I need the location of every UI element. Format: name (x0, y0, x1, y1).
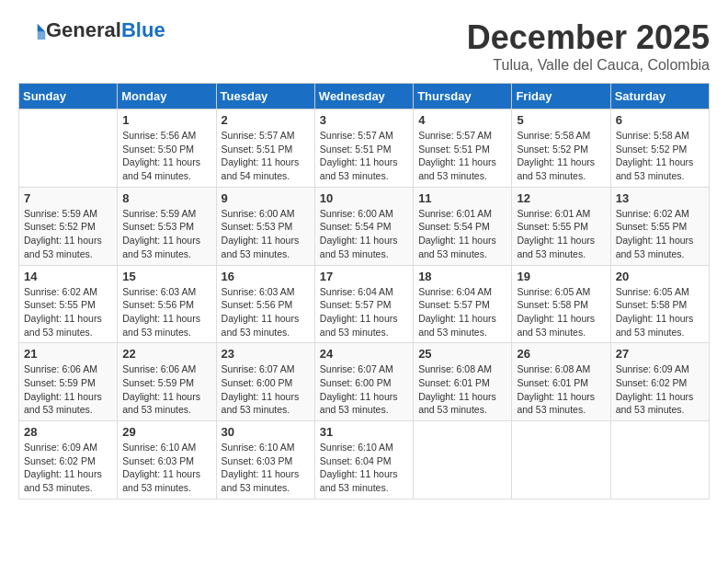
calendar-cell: 11Sunrise: 6:01 AM Sunset: 5:54 PM Dayli… (414, 187, 512, 265)
day-number: 20 (616, 270, 704, 283)
calendar-cell: 13Sunrise: 6:02 AM Sunset: 5:55 PM Dayli… (610, 187, 709, 265)
day-number: 18 (418, 270, 506, 283)
calendar-cell (414, 421, 512, 500)
calendar-cell: 9Sunrise: 6:00 AM Sunset: 5:53 PM Daylig… (216, 187, 314, 265)
day-info: Sunrise: 6:02 AM Sunset: 5:55 PM Dayligh… (616, 207, 704, 261)
header-saturday: Saturday (610, 84, 709, 109)
calendar-cell: 22Sunrise: 6:06 AM Sunset: 5:59 PM Dayli… (118, 343, 216, 421)
day-number: 29 (122, 425, 210, 439)
day-info: Sunrise: 6:10 AM Sunset: 6:04 PM Dayligh… (320, 441, 408, 495)
day-number: 5 (517, 113, 605, 127)
day-number: 17 (320, 270, 408, 283)
calendar-cell: 29Sunrise: 6:10 AM Sunset: 6:03 PM Dayli… (118, 421, 216, 500)
day-info: Sunrise: 6:07 AM Sunset: 6:00 PM Dayligh… (320, 362, 408, 417)
location-title: Tulua, Valle del Cauca, Colombia (467, 57, 710, 74)
calendar-cell: 14Sunrise: 6:02 AM Sunset: 5:55 PM Dayli… (19, 265, 118, 343)
calendar-cell: 10Sunrise: 6:00 AM Sunset: 5:54 PM Dayli… (314, 187, 413, 265)
day-number: 8 (122, 191, 210, 205)
logo: General Blue (18, 18, 165, 42)
day-number: 11 (418, 191, 506, 205)
day-info: Sunrise: 5:57 AM Sunset: 5:51 PM Dayligh… (320, 129, 408, 183)
day-info: Sunrise: 5:59 AM Sunset: 5:53 PM Dayligh… (122, 207, 210, 261)
day-info: Sunrise: 6:01 AM Sunset: 5:55 PM Dayligh… (517, 207, 605, 261)
day-number: 23 (222, 347, 310, 361)
calendar-cell: 31Sunrise: 6:10 AM Sunset: 6:04 PM Dayli… (314, 421, 413, 500)
day-number: 6 (616, 113, 704, 127)
calendar-cell: 19Sunrise: 6:05 AM Sunset: 5:58 PM Dayli… (512, 265, 610, 343)
day-number: 9 (222, 191, 310, 205)
day-info: Sunrise: 6:06 AM Sunset: 5:59 PM Dayligh… (24, 362, 112, 417)
calendar-week-5: 28Sunrise: 6:09 AM Sunset: 6:02 PM Dayli… (19, 421, 710, 500)
day-info: Sunrise: 6:03 AM Sunset: 5:56 PM Dayligh… (122, 285, 210, 339)
svg-marker-0 (38, 24, 46, 32)
day-number: 4 (418, 113, 506, 127)
day-info: Sunrise: 5:57 AM Sunset: 5:51 PM Dayligh… (222, 129, 310, 183)
day-info: Sunrise: 6:08 AM Sunset: 6:01 PM Dayligh… (517, 362, 605, 417)
day-number: 19 (517, 270, 605, 283)
calendar-cell: 3Sunrise: 5:57 AM Sunset: 5:51 PM Daylig… (314, 109, 413, 188)
calendar-cell: 1Sunrise: 5:56 AM Sunset: 5:50 PM Daylig… (118, 109, 216, 188)
calendar-cell: 12Sunrise: 6:01 AM Sunset: 5:55 PM Dayli… (512, 187, 610, 265)
header-thursday: Thursday (414, 84, 512, 109)
logo-icon (18, 21, 46, 40)
header-monday: Monday (118, 84, 216, 109)
calendar-week-4: 21Sunrise: 6:06 AM Sunset: 5:59 PM Dayli… (19, 343, 710, 421)
day-info: Sunrise: 5:59 AM Sunset: 5:52 PM Dayligh… (24, 207, 112, 261)
calendar-cell (610, 421, 709, 500)
calendar-cell: 26Sunrise: 6:08 AM Sunset: 6:01 PM Dayli… (512, 343, 610, 421)
calendar-cell: 27Sunrise: 6:09 AM Sunset: 6:02 PM Dayli… (610, 343, 709, 421)
calendar-cell: 6Sunrise: 5:58 AM Sunset: 5:52 PM Daylig… (610, 109, 709, 188)
weekday-header-row: Sunday Monday Tuesday Wednesday Thursday… (19, 84, 710, 109)
day-info: Sunrise: 6:05 AM Sunset: 5:58 PM Dayligh… (517, 285, 605, 339)
calendar-cell: 21Sunrise: 6:06 AM Sunset: 5:59 PM Dayli… (19, 343, 118, 421)
day-number: 28 (24, 425, 112, 439)
title-area: December 2025 Tulua, Valle del Cauca, Co… (467, 18, 710, 74)
logo-blue: Blue (121, 18, 165, 42)
calendar-cell: 4Sunrise: 5:57 AM Sunset: 5:51 PM Daylig… (414, 109, 512, 188)
day-info: Sunrise: 5:57 AM Sunset: 5:51 PM Dayligh… (418, 129, 506, 183)
header-sunday: Sunday (19, 84, 118, 109)
header-friday: Friday (512, 84, 610, 109)
day-number: 1 (122, 113, 210, 127)
day-info: Sunrise: 6:02 AM Sunset: 5:55 PM Dayligh… (24, 285, 112, 339)
day-info: Sunrise: 6:06 AM Sunset: 5:59 PM Dayligh… (122, 362, 210, 417)
calendar-cell: 16Sunrise: 6:03 AM Sunset: 5:56 PM Dayli… (216, 265, 314, 343)
day-number: 14 (24, 270, 112, 283)
day-number: 31 (320, 425, 408, 439)
day-number: 7 (24, 191, 112, 205)
calendar-cell: 7Sunrise: 5:59 AM Sunset: 5:52 PM Daylig… (19, 187, 118, 265)
calendar-week-3: 14Sunrise: 6:02 AM Sunset: 5:55 PM Dayli… (19, 265, 710, 343)
header-wednesday: Wednesday (314, 84, 413, 109)
day-info: Sunrise: 6:04 AM Sunset: 5:57 PM Dayligh… (320, 285, 408, 339)
day-info: Sunrise: 6:09 AM Sunset: 6:02 PM Dayligh… (616, 362, 704, 417)
calendar-table: Sunday Monday Tuesday Wednesday Thursday… (18, 83, 710, 500)
day-number: 30 (222, 425, 310, 439)
calendar-cell: 5Sunrise: 5:58 AM Sunset: 5:52 PM Daylig… (512, 109, 610, 188)
day-number: 24 (320, 347, 408, 361)
calendar-cell: 24Sunrise: 6:07 AM Sunset: 6:00 PM Dayli… (314, 343, 413, 421)
day-number: 16 (222, 270, 310, 283)
calendar-cell: 23Sunrise: 6:07 AM Sunset: 6:00 PM Dayli… (216, 343, 314, 421)
day-info: Sunrise: 5:56 AM Sunset: 5:50 PM Dayligh… (122, 129, 210, 183)
day-number: 26 (517, 347, 605, 361)
logo-general: General (46, 18, 121, 42)
day-info: Sunrise: 5:58 AM Sunset: 5:52 PM Dayligh… (616, 129, 704, 183)
day-info: Sunrise: 6:09 AM Sunset: 6:02 PM Dayligh… (24, 441, 112, 495)
day-number: 22 (122, 347, 210, 361)
calendar-cell: 18Sunrise: 6:04 AM Sunset: 5:57 PM Dayli… (414, 265, 512, 343)
calendar-cell: 20Sunrise: 6:05 AM Sunset: 5:58 PM Dayli… (610, 265, 709, 343)
day-number: 27 (616, 347, 704, 361)
day-info: Sunrise: 6:10 AM Sunset: 6:03 PM Dayligh… (122, 441, 210, 495)
calendar-cell: 25Sunrise: 6:08 AM Sunset: 6:01 PM Dayli… (414, 343, 512, 421)
day-info: Sunrise: 6:04 AM Sunset: 5:57 PM Dayligh… (418, 285, 506, 339)
day-number: 12 (517, 191, 605, 205)
calendar-cell (19, 109, 118, 188)
calendar-cell: 15Sunrise: 6:03 AM Sunset: 5:56 PM Dayli… (118, 265, 216, 343)
day-number: 25 (418, 347, 506, 361)
calendar-week-2: 7Sunrise: 5:59 AM Sunset: 5:52 PM Daylig… (19, 187, 710, 265)
day-info: Sunrise: 6:10 AM Sunset: 6:03 PM Dayligh… (222, 441, 310, 495)
day-number: 3 (320, 113, 408, 127)
day-info: Sunrise: 6:03 AM Sunset: 5:56 PM Dayligh… (222, 285, 310, 339)
calendar-cell: 30Sunrise: 6:10 AM Sunset: 6:03 PM Dayli… (216, 421, 314, 500)
calendar-week-1: 1Sunrise: 5:56 AM Sunset: 5:50 PM Daylig… (19, 109, 710, 188)
